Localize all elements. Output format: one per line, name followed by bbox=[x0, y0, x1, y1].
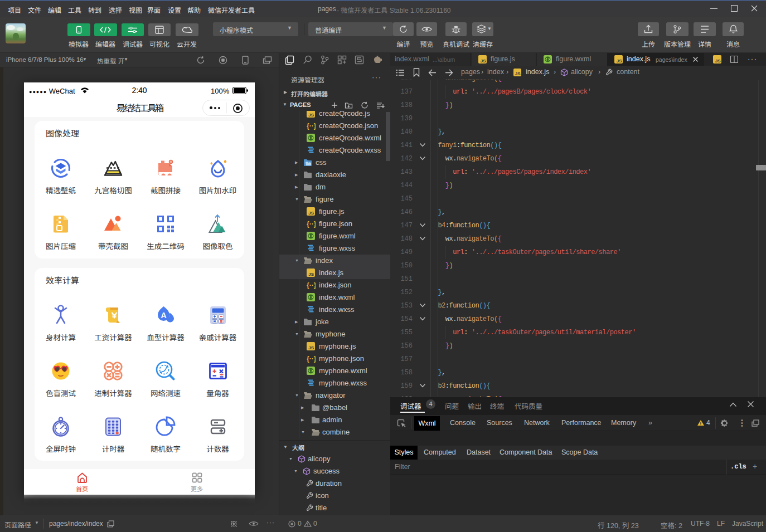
svg-text:JS: JS bbox=[308, 113, 314, 118]
svg-text:JS: JS bbox=[715, 58, 721, 64]
svg-text:{··}: {··} bbox=[307, 220, 316, 228]
svg-text:{··}: {··} bbox=[307, 122, 316, 130]
svg-text:{··}: {··} bbox=[307, 355, 316, 363]
svg-text:JS: JS bbox=[481, 58, 486, 64]
svg-text:JS: JS bbox=[515, 71, 521, 76]
svg-text:JS: JS bbox=[308, 272, 314, 277]
svg-text:JS: JS bbox=[308, 211, 314, 216]
svg-text:{··}: {··} bbox=[307, 281, 316, 289]
svg-text:JS: JS bbox=[617, 58, 622, 64]
svg-text:JS: JS bbox=[308, 345, 314, 350]
svg-text:A: A bbox=[161, 311, 166, 320]
